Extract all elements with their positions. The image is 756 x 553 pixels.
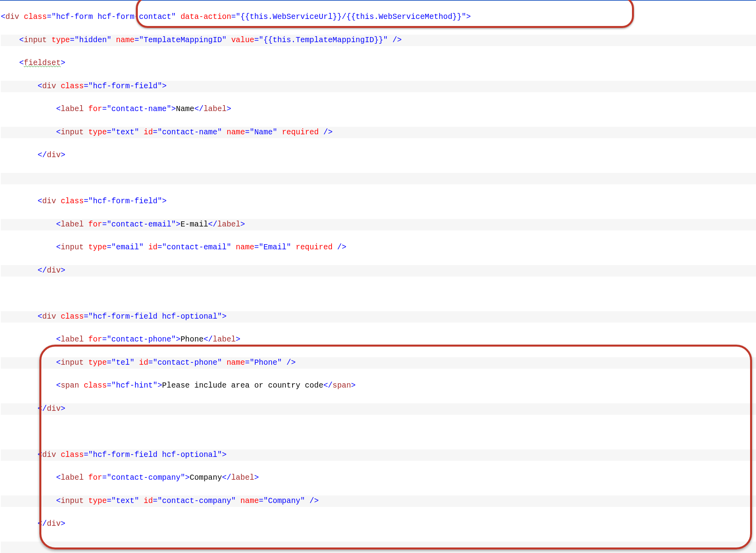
code-line[interactable]: </div> xyxy=(1,265,756,276)
code-line[interactable]: </div> xyxy=(1,403,756,415)
code-line[interactable] xyxy=(1,173,756,184)
code-line[interactable]: <div class="hcf-form hcf-form-contact" d… xyxy=(1,11,756,23)
code-line[interactable]: <div class="hcf-form-field hcf-optional"… xyxy=(1,449,756,461)
code-line[interactable]: <fieldset> xyxy=(1,58,756,69)
code-line[interactable]: <span class="hcf-hint">Please include ar… xyxy=(1,380,756,392)
code-line[interactable]: <div class="hcf-form-field"> xyxy=(1,196,756,207)
code-line[interactable] xyxy=(1,426,756,438)
code-line[interactable]: </div> xyxy=(1,518,756,530)
code-line[interactable]: <div class="hcf-form-field hcf-optional"… xyxy=(1,311,756,323)
code-line[interactable]: <input type="email" id="contact-email" n… xyxy=(1,242,756,253)
code-editor[interactable]: <div class="hcf-form hcf-form-contact" d… xyxy=(0,0,756,553)
code-line[interactable] xyxy=(1,288,756,299)
code-line[interactable]: <label for="contact-email">E-mail</label… xyxy=(1,219,756,230)
code-line[interactable]: <input type="tel" id="contact-phone" nam… xyxy=(1,357,756,369)
code-line[interactable]: <label for="contact-phone">Phone</label> xyxy=(1,334,756,345)
code-line[interactable]: </div> xyxy=(1,150,756,161)
code-line[interactable]: <label for="contact-name">Name</label> xyxy=(1,104,756,115)
code-line[interactable]: <input type="hidden" name="TemplateMappi… xyxy=(1,35,756,46)
code-line[interactable]: <div class="hcf-form-field"> xyxy=(1,81,756,92)
code-line[interactable]: <input type="text" id="contact-name" nam… xyxy=(1,127,756,138)
code-line[interactable] xyxy=(1,542,756,553)
code-line[interactable]: <label for="contact-company">Company</la… xyxy=(1,472,756,484)
code-line[interactable]: <input type="text" id="contact-company" … xyxy=(1,495,756,507)
